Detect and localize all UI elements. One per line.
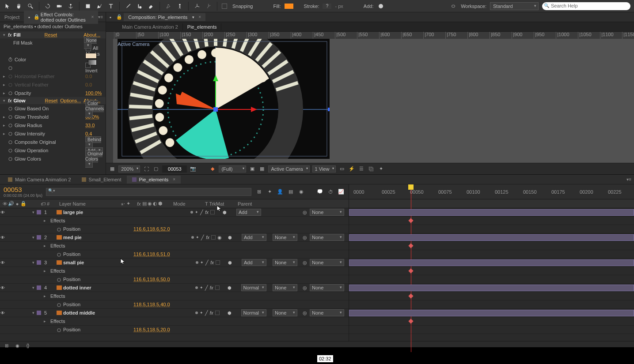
layer-duration-bar[interactable] — [349, 259, 634, 266]
timeline-icon[interactable]: ☰ — [358, 165, 365, 173]
eraser-tool-icon[interactable] — [147, 2, 155, 10]
roi-icon[interactable]: ▣ — [249, 165, 256, 173]
3d-switch-icon[interactable]: ⬢ — [228, 235, 232, 240]
label-color-swatch[interactable] — [37, 260, 41, 265]
resolution-dropdown[interactable]: (Full) — [219, 165, 246, 173]
fill-reset-link[interactable]: Reset — [45, 32, 57, 38]
blend-mode-dropdown[interactable]: Add — [242, 234, 266, 241]
switch-line-icon[interactable]: ╱ — [200, 210, 203, 215]
visibility-toggle-icon[interactable]: 👁 — [0, 260, 5, 265]
layer-row[interactable]: 👁▾1large pie✦╱fx⬢Add◎None — [0, 208, 349, 217]
switch-box[interactable] — [215, 311, 220, 315]
timeline-tab-0[interactable]: Main Camera Animation 2 — [3, 176, 76, 184]
track-matte-dropdown[interactable]: None — [273, 284, 297, 291]
full-screen-icon[interactable]: ⛶ — [143, 165, 150, 173]
stopwatch-icon[interactable] — [56, 251, 62, 257]
glow-colors-dropdown[interactable]: Original Colors — [85, 150, 103, 168]
stopwatch-icon[interactable] — [8, 147, 13, 153]
stopwatch-icon[interactable] — [8, 122, 13, 128]
glow-radius-value[interactable]: 33.0 — [85, 123, 95, 128]
stopwatch-icon[interactable] — [8, 139, 13, 145]
switch-quality-icon[interactable]: ✦ — [200, 311, 203, 315]
glow-reset-link[interactable]: Reset — [45, 98, 58, 103]
parent-dropdown[interactable]: None — [310, 234, 344, 241]
track-matte-dropdown[interactable]: None — [273, 309, 297, 316]
stopwatch-icon[interactable] — [8, 65, 13, 71]
layer-row[interactable]: 👁▾3small pie✦╱fx⬢AddNone◎None — [0, 259, 349, 267]
zoom-tool-icon[interactable] — [27, 2, 34, 10]
twirl-arrow-icon[interactable]: ▾ — [31, 311, 35, 315]
tab-composition[interactable]: Composition: Pie_elements ▾ × — [124, 13, 205, 21]
switch-quality-icon[interactable]: ✦ — [200, 285, 203, 290]
position-row[interactable]: Position118.5,118.5,20.0 — [0, 326, 349, 334]
switch-box[interactable] — [210, 210, 215, 214]
layer-name-label[interactable]: dotted middle — [63, 310, 95, 315]
axis-world-icon[interactable] — [205, 2, 213, 10]
keyframe-icon[interactable] — [408, 293, 413, 298]
twirl-arrow-icon[interactable]: ▸ — [42, 244, 47, 248]
fx-switch-icon[interactable]: fx — [210, 285, 213, 290]
stopwatch-icon[interactable] — [56, 302, 62, 308]
fx-switch-icon[interactable]: fx — [210, 311, 213, 315]
anchor-tool-icon[interactable] — [67, 2, 75, 10]
twirl-arrow-icon[interactable]: ▾ — [31, 210, 35, 214]
timeline-tab-2[interactable]: Pie_elements× — [127, 176, 181, 184]
switch-video-icon[interactable] — [195, 311, 198, 314]
blend-mode-dropdown[interactable]: Add — [242, 259, 266, 266]
parent-dropdown[interactable]: None — [310, 259, 344, 266]
fx-switch-icon[interactable]: fx — [206, 235, 209, 240]
hide-shy-icon[interactable]: 👤 — [276, 188, 284, 196]
switch-box[interactable] — [215, 285, 220, 290]
stopwatch-icon[interactable] — [8, 131, 13, 136]
draft-3d-icon[interactable]: ✦ — [266, 188, 273, 196]
glow-options-link[interactable]: Options... — [60, 98, 81, 103]
layer-row[interactable]: 👁▾4dotted inner✦╱fx⬢NormalNone◎None — [0, 284, 349, 292]
keyframe-icon[interactable] — [408, 218, 413, 223]
workspace-dropdown[interactable]: Standard — [490, 2, 539, 10]
position-row[interactable]: Position116.6,118.6,51.0 — [0, 250, 349, 259]
comp-mini-flowchart-icon[interactable]: ⊞ — [255, 188, 263, 196]
camera-dropdown[interactable]: Active Camera — [268, 165, 309, 173]
twirl-arrow-icon[interactable]: ▸ — [42, 218, 47, 223]
close-icon[interactable]: × — [91, 15, 94, 19]
add-circle-icon[interactable] — [377, 2, 385, 10]
fx-switch-icon[interactable]: fx — [205, 210, 209, 215]
parent-dropdown[interactable]: None — [310, 309, 344, 316]
pickwhip-icon[interactable]: ◎ — [303, 235, 307, 240]
transparency-grid-icon[interactable]: ▦ — [258, 165, 266, 173]
pickwhip-icon[interactable]: ◎ — [303, 260, 307, 266]
zoom-dropdown[interactable]: 200% — [118, 165, 140, 173]
layer-name-label[interactable]: dotted inner — [63, 285, 91, 290]
subtab-main-camera[interactable]: Main Camera Animation 2 — [118, 23, 183, 30]
composition-preview[interactable] — [118, 39, 330, 159]
stopwatch-icon[interactable] — [56, 327, 62, 333]
position-row[interactable]: Position118.5,118.5,40.0 — [0, 300, 349, 309]
layer-row[interactable]: 👁▾5dotted middle✦╱fx⬢NormalNone◎None — [0, 309, 349, 317]
switch-line-icon[interactable]: ╱ — [205, 310, 208, 316]
twirl-arrow-icon[interactable]: ▸ — [42, 294, 47, 298]
rect-tool-icon[interactable] — [84, 2, 92, 10]
3d-switch-icon[interactable]: ⬢ — [223, 210, 227, 215]
reset-exposure-icon[interactable]: ✦ — [377, 165, 384, 173]
selection-tool-icon[interactable] — [4, 2, 11, 10]
stopwatch-icon[interactable] — [8, 114, 13, 120]
track-matte-dropdown[interactable]: None — [273, 234, 297, 241]
safe-zones-icon[interactable]: ▢ — [152, 165, 159, 173]
views-dropdown[interactable]: 1 View — [312, 165, 336, 173]
stopwatch-icon[interactable] — [8, 56, 13, 62]
layer-duration-bar[interactable] — [349, 234, 634, 241]
visibility-toggle-icon[interactable]: 👁 — [0, 311, 5, 315]
stopwatch-icon[interactable] — [56, 226, 62, 232]
brush-tool-icon[interactable] — [124, 2, 132, 10]
current-frame-display[interactable]: 00053 — [162, 165, 187, 173]
stopwatch-icon[interactable] — [8, 105, 13, 111]
twirl-arrow-icon[interactable]: ▸ — [42, 269, 47, 273]
3d-switch-icon[interactable]: ⬢ — [228, 285, 232, 290]
switch-video-icon[interactable] — [191, 236, 194, 239]
label-color-swatch[interactable] — [37, 311, 41, 315]
switch-box[interactable] — [216, 260, 220, 265]
tab-project[interactable]: Project — [0, 13, 24, 21]
switch-quality-icon[interactable]: ✦ — [200, 260, 204, 265]
color-swatch[interactable] — [85, 53, 97, 59]
cti-head-icon[interactable] — [408, 184, 414, 190]
